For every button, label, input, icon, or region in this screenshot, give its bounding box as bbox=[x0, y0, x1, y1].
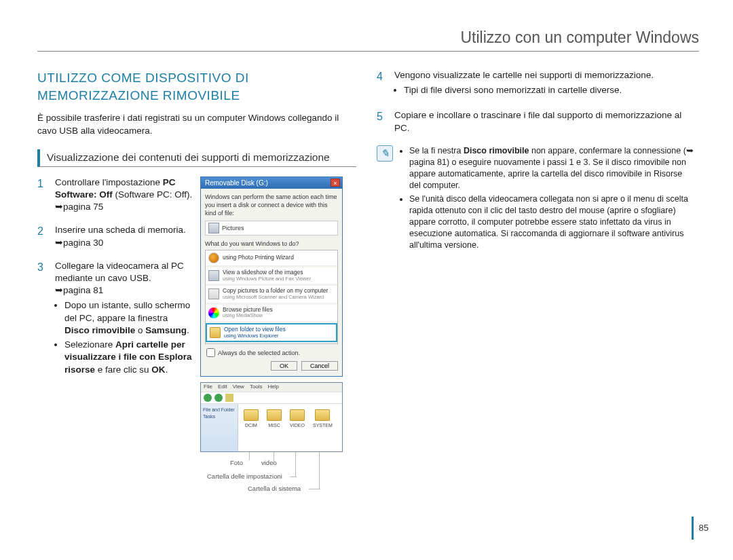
callout-settings: Cartella delle impostazioni bbox=[207, 472, 282, 481]
explorer-folder[interactable]: MISC bbox=[267, 409, 282, 451]
step-text: e fare clic su bbox=[95, 365, 151, 375]
step-number: 1 bbox=[37, 176, 48, 214]
header-bar: Utilizzo con un computer Windows bbox=[37, 27, 699, 52]
dialog-option[interactable]: Copy pictures to a folder on my computer… bbox=[206, 286, 337, 303]
copy-icon bbox=[208, 288, 219, 299]
arrow-icon: ➥ bbox=[55, 201, 63, 213]
explorer-folder[interactable]: SYSTEM bbox=[313, 409, 333, 451]
folder-label: DCIM bbox=[245, 422, 257, 428]
folder-label: VIDEO bbox=[290, 422, 305, 428]
callout-system: Cartella di sistema bbox=[248, 485, 301, 493]
callout-video: video bbox=[261, 459, 277, 468]
option-label: View a slideshow of the images bbox=[223, 269, 303, 276]
step-bold: Disco rimovibile bbox=[64, 325, 135, 335]
step-number: 2 bbox=[37, 224, 48, 248]
option-sublabel: using MediaShow bbox=[223, 313, 273, 319]
up-icon[interactable] bbox=[225, 394, 233, 402]
menu-item[interactable]: Tools bbox=[250, 384, 263, 391]
forward-icon[interactable] bbox=[214, 394, 223, 402]
menu-item[interactable]: File bbox=[204, 384, 212, 391]
folder-icon bbox=[290, 409, 305, 421]
arrow-icon: ➥ bbox=[686, 145, 694, 157]
step-2-body: Inserire una scheda di memoria. ➥pagina … bbox=[55, 224, 193, 248]
step-text: . bbox=[166, 365, 168, 375]
dialog-option[interactable]: Browse picture filesusing MediaShow bbox=[206, 305, 337, 322]
dialog-option[interactable]: using Photo Printing Wizard bbox=[206, 250, 337, 266]
callout-labels: Foto video Cartella delle impostazioni C… bbox=[200, 452, 343, 500]
note-body: Se la fi nestra Disco rimovibile non app… bbox=[400, 145, 696, 254]
folder-icon bbox=[267, 409, 282, 421]
step-number: 5 bbox=[377, 109, 388, 134]
note-bold: Disco rimovibile bbox=[464, 146, 529, 155]
step-text: Copiare e incollare o trascinare i file … bbox=[394, 110, 681, 132]
cancel-button[interactable]: Cancel bbox=[301, 361, 338, 371]
menu-item[interactable]: View bbox=[233, 384, 244, 391]
folder-icon bbox=[315, 409, 330, 421]
option-label: Copy pictures to a folder on my computer bbox=[223, 287, 328, 294]
removable-disk-dialog: Removable Disk (G:) × Windows can perfor… bbox=[200, 176, 343, 377]
callout-foto: Foto bbox=[230, 459, 243, 468]
step-text: Dopo un istante, sullo schermo del PC, a… bbox=[64, 300, 190, 322]
arrow-icon: ➥ bbox=[55, 284, 63, 297]
checkbox-label: Always do the selected action. bbox=[218, 349, 300, 357]
dialog-option[interactable]: View a slideshow of the imagesusing Wind… bbox=[206, 267, 337, 284]
step-text: o bbox=[135, 325, 145, 335]
step-bullet: Dopo un istante, sullo schermo del PC, a… bbox=[64, 299, 193, 337]
step-4-body: Vengono visualizzate le cartelle nei sup… bbox=[394, 69, 696, 98]
folder-label: MISC bbox=[268, 422, 280, 428]
page-ref: pagina 75 bbox=[63, 202, 103, 212]
pictures-icon bbox=[208, 223, 219, 234]
step-text: Selezionare bbox=[64, 339, 115, 350]
section-subhead: Visualizzazione dei contenuti dei suppor… bbox=[37, 149, 356, 167]
page-ref: pagina 81 bbox=[409, 157, 447, 167]
step-bullet: Tipi di file diversi sono memorizzati in… bbox=[404, 84, 696, 96]
page-ref: pagina 81 bbox=[63, 285, 103, 295]
note-icon: ✎ bbox=[377, 145, 393, 162]
step-text: Inserire una scheda di memoria. bbox=[55, 225, 186, 235]
explorer-menubar: File Edit View Tools Help bbox=[201, 383, 342, 392]
folder-label: SYSTEM bbox=[313, 422, 333, 428]
option-label: using Photo Printing Wizard bbox=[223, 254, 294, 261]
section-title: UTILIZZO COME DISPOSITIVO DI MEMORIZZAZI… bbox=[37, 69, 356, 104]
dialog-pictures-label: Pictures bbox=[222, 224, 244, 232]
folder-icon bbox=[210, 327, 221, 338]
step-text: . bbox=[187, 325, 189, 335]
dialog-question: What do you want Windows to do? bbox=[205, 240, 338, 248]
menu-item[interactable]: Help bbox=[268, 384, 279, 391]
mediashow-icon bbox=[208, 307, 219, 318]
step-text: (Software PC: Off). bbox=[113, 189, 193, 200]
dialog-checkbox-row[interactable]: Always do the selected action. bbox=[206, 348, 338, 357]
note-item: Se la fi nestra Disco rimovibile non app… bbox=[409, 145, 696, 191]
dialog-title: Removable Disk (G:) bbox=[205, 179, 268, 188]
option-sublabel: using Windows Picture and Fax Viewer bbox=[223, 276, 311, 282]
option-label: Browse picture files bbox=[223, 306, 273, 313]
slideshow-icon bbox=[208, 270, 219, 281]
explorer-folder[interactable]: DCIM bbox=[244, 409, 259, 451]
sidebar-title: File and Folder Tasks bbox=[203, 407, 236, 419]
explorer-toolbar bbox=[201, 392, 342, 404]
page-number: 85 bbox=[692, 517, 709, 540]
note-text: ) o eseguire nuovamente i passi 1 e 3. S… bbox=[409, 157, 686, 190]
dialog-pictures-row: Pictures bbox=[205, 221, 338, 236]
dialog-intro: Windows can perform the same action each… bbox=[205, 193, 338, 217]
ok-button[interactable]: OK bbox=[271, 361, 297, 371]
step-text: Collegare la videocamera al PC mediante … bbox=[55, 261, 184, 283]
step-5-body: Copiare e incollare o trascinare i file … bbox=[394, 109, 696, 134]
step-number: 3 bbox=[37, 260, 48, 378]
menu-item[interactable]: Edit bbox=[218, 384, 227, 391]
close-icon[interactable]: × bbox=[331, 179, 340, 187]
dialog-option-selected[interactable]: Open folder to view filesusing Windows E… bbox=[206, 323, 337, 342]
explorer-folder[interactable]: VIDEO bbox=[290, 409, 305, 451]
back-icon[interactable] bbox=[204, 394, 212, 402]
option-label: Open folder to view files bbox=[224, 326, 286, 333]
note-text: non appare, confermare la connessione ( bbox=[529, 146, 685, 155]
note-item: Se l'unità disco della videocamera colle… bbox=[409, 193, 696, 250]
step-bold: OK bbox=[151, 365, 165, 375]
explorer-sidebar: File and Folder Tasks bbox=[201, 404, 238, 451]
option-sublabel: using Microsoft Scanner and Camera Wizar… bbox=[223, 295, 328, 301]
step-text: Controllare l'impostazione bbox=[55, 177, 163, 187]
page-title: Utilizzo con un computer Windows bbox=[37, 27, 699, 48]
page-ref: pagina 30 bbox=[63, 238, 103, 248]
wizard-icon bbox=[208, 253, 219, 263]
always-checkbox[interactable] bbox=[206, 348, 215, 357]
